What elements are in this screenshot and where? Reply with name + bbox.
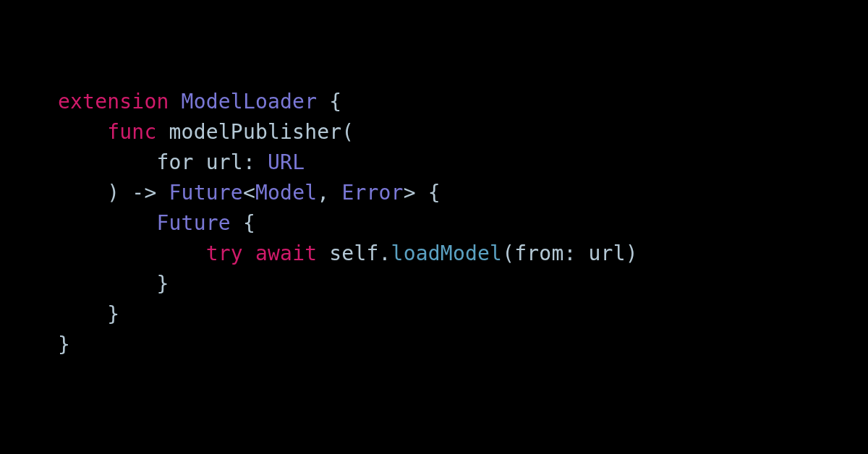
angle-close: >	[404, 181, 416, 205]
brace-close: }	[58, 333, 70, 356]
colon: :	[563, 241, 576, 265]
keyword-func: func	[107, 120, 156, 144]
paren-close: )	[626, 241, 638, 265]
colon: :	[243, 150, 255, 174]
arrow: ->	[132, 181, 156, 205]
brace-close: }	[107, 302, 119, 326]
keyword-await: await	[255, 241, 317, 265]
paren-close: )	[107, 181, 119, 205]
paren-open: (	[341, 120, 354, 144]
arg-url: url	[589, 241, 626, 265]
arg-label-for: for	[156, 150, 193, 174]
type-future: Future	[169, 181, 243, 205]
brace-open: {	[243, 211, 255, 235]
method-loadmodel: loadModel	[391, 241, 503, 265]
keyword-extension: extension	[58, 90, 169, 113]
param-url: url	[206, 150, 243, 174]
type-future-init: Future	[156, 211, 230, 235]
brace-open: {	[329, 90, 341, 113]
paren-open: (	[502, 241, 514, 265]
type-modelloader: ModelLoader	[182, 90, 318, 113]
brace-open: {	[428, 181, 441, 205]
angle-open: <	[243, 181, 255, 205]
arg-label-from: from	[514, 241, 563, 265]
brace-close: }	[156, 272, 169, 296]
code-snippet: extension ModelLoader { func modelPublis…	[0, 0, 868, 447]
func-name: modelPublisher	[169, 120, 342, 144]
type-url: URL	[268, 150, 305, 174]
type-model: Model	[255, 181, 317, 205]
dot: .	[379, 241, 391, 265]
self-ref: self	[329, 241, 378, 265]
comma: ,	[317, 181, 329, 205]
keyword-try: try	[206, 241, 243, 265]
type-error: Error	[341, 181, 403, 205]
